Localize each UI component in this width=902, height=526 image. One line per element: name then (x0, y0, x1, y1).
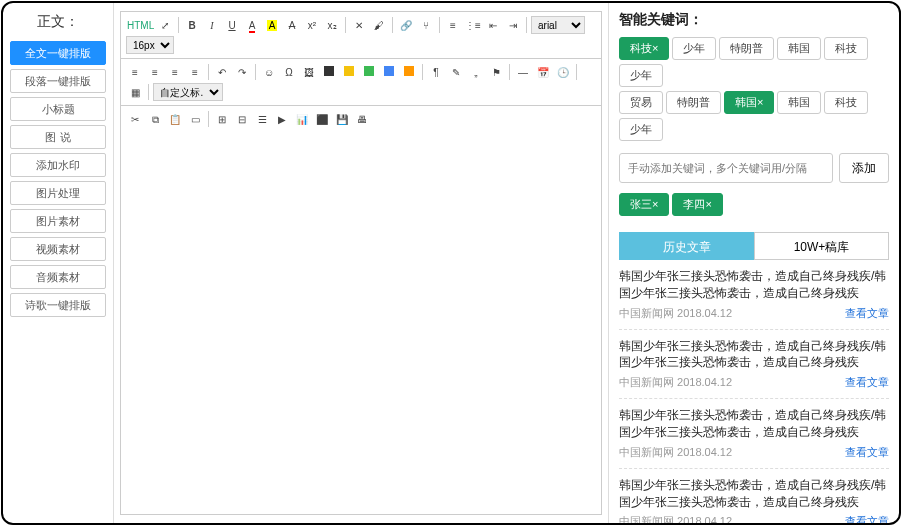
keyword-tag[interactable]: 科技 (824, 91, 868, 114)
html-source-button[interactable]: HTML (126, 16, 154, 34)
keyword-tag[interactable]: 韩国 (777, 37, 821, 60)
date-button[interactable]: 📅 (534, 63, 552, 81)
insert-item-button[interactable] (320, 63, 338, 81)
quote-button[interactable]: „ (467, 63, 485, 81)
color-block-orange[interactable] (400, 63, 418, 81)
table-button[interactable]: ▦ (126, 83, 144, 101)
superscript-button[interactable]: x² (303, 16, 321, 34)
side-btn-4[interactable]: 添加水印 (10, 153, 106, 177)
time-button[interactable]: 🕒 (554, 63, 572, 81)
clear-format-button[interactable]: ✕ (350, 16, 368, 34)
outdent-button[interactable]: ⇤ (484, 16, 502, 34)
special-char-button[interactable]: Ω (280, 63, 298, 81)
copy-button[interactable]: ⧉ (146, 110, 164, 128)
italic-button[interactable]: I (203, 16, 221, 34)
cut-button[interactable]: ✂ (126, 110, 144, 128)
keyword-tag[interactable]: 李四× (672, 193, 722, 216)
color-block-yellow[interactable] (340, 63, 358, 81)
keyword-tag[interactable]: 韩国 (777, 91, 821, 114)
image-button[interactable]: 🖼 (300, 63, 318, 81)
expand-icon[interactable]: ⤢ (156, 16, 174, 34)
keyword-added-row: 张三×李四× (619, 191, 889, 218)
article-item: 韩国少年张三接头恐怖袭击，造成自己终身残疾/韩国少年张三接头恐怖袭击，造成自己终… (619, 330, 889, 400)
code-button[interactable]: ✎ (447, 63, 465, 81)
keyword-tag[interactable]: 少年 (672, 37, 716, 60)
align-justify-button[interactable]: ≡ (186, 63, 204, 81)
print-button[interactable]: 🖶 (353, 110, 371, 128)
article-title: 韩国少年张三接头恐怖袭击，造成自己终身残疾/韩国少年张三接头恐怖袭击，造成自己终… (619, 338, 889, 372)
map-button[interactable]: ⬛ (313, 110, 331, 128)
row-before-button[interactable]: ⊞ (213, 110, 231, 128)
align-center-button[interactable]: ≡ (146, 63, 164, 81)
align-left-button[interactable]: ≡ (126, 63, 144, 81)
keyword-row-1: 科技×少年特朗普韩国科技少年 (619, 35, 889, 89)
keyword-tag[interactable]: 贸易 (619, 91, 663, 114)
keyword-tag[interactable]: 科技× (619, 37, 669, 60)
hr-button[interactable]: — (514, 63, 532, 81)
paste-button[interactable]: 📋 (166, 110, 184, 128)
article-view-link[interactable]: 查看文章 (845, 375, 889, 390)
font-size-select[interactable]: 16px (126, 36, 174, 54)
keyword-tag[interactable]: 科技 (824, 37, 868, 60)
col-button[interactable]: ☰ (253, 110, 271, 128)
bg-color-button[interactable]: A (263, 16, 281, 34)
keyword-tag[interactable]: 少年 (619, 118, 663, 141)
color-block-blue[interactable] (380, 63, 398, 81)
tab-history[interactable]: 历史文章 (619, 232, 754, 260)
side-btn-9[interactable]: 诗歌一键排版 (10, 293, 106, 317)
keyword-add-button[interactable]: 添加 (839, 153, 889, 183)
side-btn-3[interactable]: 图 说 (10, 125, 106, 149)
indent-button[interactable]: ⇥ (504, 16, 522, 34)
subscript-button[interactable]: x₂ (323, 16, 341, 34)
ol-button[interactable]: ≡ (444, 16, 462, 34)
keyword-input[interactable] (619, 153, 833, 183)
side-btn-1[interactable]: 段落一键排版 (10, 69, 106, 93)
side-btn-5[interactable]: 图片处理 (10, 181, 106, 205)
keyword-row-2: 贸易特朗普韩国×韩国科技少年 (619, 89, 889, 143)
article-item: 韩国少年张三接头恐怖袭击，造成自己终身残疾/韩国少年张三接头恐怖袭击，造成自己终… (619, 399, 889, 469)
keyword-tag[interactable]: 韩国× (724, 91, 774, 114)
format-brush-button[interactable]: 🖌 (370, 16, 388, 34)
editor-textarea[interactable] (120, 132, 602, 515)
side-btn-0[interactable]: 全文一键排版 (10, 41, 106, 65)
article-view-link[interactable]: 查看文章 (845, 306, 889, 321)
keyword-tag[interactable]: 特朗普 (666, 91, 721, 114)
editor-panel: HTML ⤢ B I U A A A x² x₂ ✕ 🖌 🔗 ⑂ ≡ ⋮≡ ⇤ … (113, 3, 609, 523)
article-view-link[interactable]: 查看文章 (845, 514, 889, 523)
link-button[interactable]: 🔗 (397, 16, 415, 34)
article-source: 中国新闻网 2018.04.12 (619, 445, 732, 460)
keyword-tag[interactable]: 张三× (619, 193, 669, 216)
anchor-button[interactable]: ⚑ (487, 63, 505, 81)
keyword-tag[interactable]: 特朗普 (719, 37, 774, 60)
toolbar-row-3: ✂ ⧉ 📋 ▭ ⊞ ⊟ ☰ ▶ 📊 ⬛ 💾 🖶 (120, 105, 602, 132)
color-block-green[interactable] (360, 63, 378, 81)
emoji-button[interactable]: ☺ (260, 63, 278, 81)
video-button[interactable]: ▶ (273, 110, 291, 128)
align-right-button[interactable]: ≡ (166, 63, 184, 81)
unlink-button[interactable]: ⑂ (417, 16, 435, 34)
select-all-button[interactable]: ▭ (186, 110, 204, 128)
side-btn-2[interactable]: 小标题 (10, 97, 106, 121)
article-source: 中国新闻网 2018.04.12 (619, 306, 732, 321)
side-btn-6[interactable]: 图片素材 (10, 209, 106, 233)
save-button[interactable]: 💾 (333, 110, 351, 128)
bold-button[interactable]: B (183, 16, 201, 34)
side-btn-8[interactable]: 音频素材 (10, 265, 106, 289)
side-btn-7[interactable]: 视频素材 (10, 237, 106, 261)
ul-button[interactable]: ⋮≡ (464, 16, 482, 34)
paragraph-button[interactable]: ¶ (427, 63, 445, 81)
toolbar-row-1: HTML ⤢ B I U A A A x² x₂ ✕ 🖌 🔗 ⑂ ≡ ⋮≡ ⇤ … (120, 11, 602, 58)
font-color-button[interactable]: A (243, 16, 261, 34)
undo-button[interactable]: ↶ (213, 63, 231, 81)
custom-title-select[interactable]: 自定义标… (153, 83, 223, 101)
article-view-link[interactable]: 查看文章 (845, 445, 889, 460)
keyword-tag[interactable]: 少年 (619, 64, 663, 87)
chart-button[interactable]: 📊 (293, 110, 311, 128)
underline-button[interactable]: U (223, 16, 241, 34)
strike-button[interactable]: A (283, 16, 301, 34)
font-family-select[interactable]: arial (531, 16, 585, 34)
keywords-title: 智能关键词： (619, 11, 889, 29)
tab-10w-library[interactable]: 10W+稿库 (754, 232, 889, 260)
redo-button[interactable]: ↷ (233, 63, 251, 81)
row-after-button[interactable]: ⊟ (233, 110, 251, 128)
